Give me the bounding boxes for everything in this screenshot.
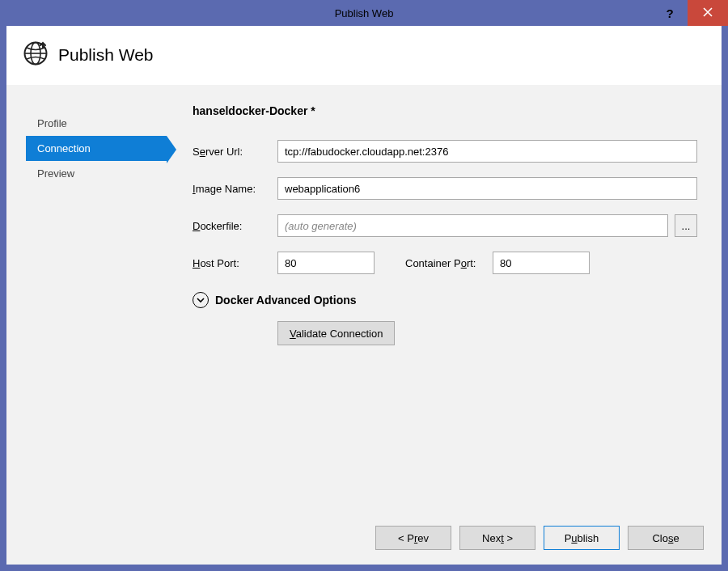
expander-label: Docker Advanced Options: [215, 294, 357, 307]
row-server-url: Server Url:: [193, 140, 697, 163]
label-image-name: Image Name:: [193, 183, 277, 195]
publish-globe-icon: [23, 40, 49, 69]
dockerfile-browse-button[interactable]: ...: [675, 214, 697, 237]
dialog-body: Profile Connection Preview hanseldocker-…: [6, 85, 722, 511]
dialog-footer: < Prev Next > Publish Close: [6, 511, 722, 565]
sidebar-item-label: Connection: [37, 142, 91, 154]
sidebar-item-preview[interactable]: Preview: [26, 161, 167, 186]
sidebar-item-label: Profile: [37, 117, 67, 129]
sidebar-item-profile[interactable]: Profile: [26, 111, 167, 136]
close-icon: [703, 7, 713, 19]
prev-button[interactable]: < Prev: [375, 526, 451, 550]
row-image-name: Image Name:: [193, 177, 697, 200]
sidebar-item-connection[interactable]: Connection: [26, 136, 167, 161]
label-server-url: Server Url:: [193, 146, 277, 158]
close-button[interactable]: Close: [628, 526, 704, 550]
publish-web-window: Publish Web ? Publish We: [0, 0, 728, 571]
validate-connection-button[interactable]: Validate Connection: [277, 321, 395, 345]
help-button[interactable]: ?: [652, 0, 688, 26]
row-validate: Validate Connection: [277, 321, 697, 345]
titlebar-controls: ?: [652, 0, 728, 26]
content-area: Publish Web Profile Connection Preview h…: [6, 26, 722, 565]
main-panel: hanseldocker-Docker * Server Url: Image …: [176, 99, 722, 511]
label-host-port: Host Port:: [193, 257, 277, 269]
docker-advanced-expander[interactable]: Docker Advanced Options: [193, 292, 697, 308]
chevron-down-icon: [193, 292, 209, 308]
ellipsis-icon: ...: [682, 220, 691, 232]
sidebar-item-label: Preview: [37, 167, 74, 180]
close-window-button[interactable]: [688, 0, 728, 26]
dialog-header: Publish Web: [6, 26, 722, 85]
dialog-title: Publish Web: [58, 45, 154, 65]
host-port-input[interactable]: [277, 252, 375, 274]
sidebar: Profile Connection Preview: [6, 99, 176, 511]
row-ports: Host Port: Container Port:: [193, 252, 697, 274]
next-button[interactable]: Next >: [459, 526, 535, 550]
publish-button[interactable]: Publish: [544, 526, 620, 550]
label-container-port: Container Port:: [405, 257, 493, 269]
container-port-input[interactable]: [493, 252, 590, 274]
dockerfile-input[interactable]: [277, 214, 668, 237]
titlebar: Publish Web ?: [0, 0, 728, 26]
label-dockerfile: Dockerfile:: [193, 220, 277, 232]
server-url-input[interactable]: [277, 140, 697, 163]
profile-name: hanseldocker-Docker *: [193, 104, 697, 117]
image-name-input[interactable]: [277, 177, 697, 200]
window-title: Publish Web: [335, 7, 394, 19]
row-dockerfile: Dockerfile: ...: [193, 214, 697, 237]
